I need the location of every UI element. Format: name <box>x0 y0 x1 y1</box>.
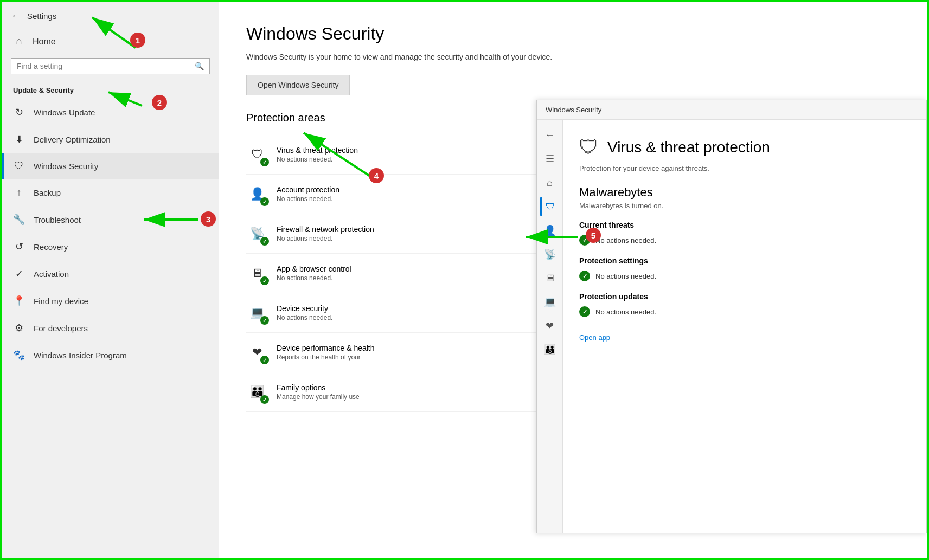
page-description: Windows Security is your home to view an… <box>246 52 572 63</box>
family-label: Family options <box>277 383 360 392</box>
sidebar-item-label: Recovery <box>34 242 68 252</box>
overlay-main: 🛡 Virus & threat protection Protection f… <box>563 120 926 533</box>
sidebar-item-for-developers[interactable]: ⚙ For developers <box>2 314 219 342</box>
recovery-icon: ↺ <box>13 241 25 253</box>
device-security-label: Device security <box>277 304 332 313</box>
back-button[interactable]: ← <box>11 10 21 22</box>
sidebar-item-home[interactable]: ⌂ Home <box>2 29 219 54</box>
protection-settings-label: Protection settings <box>579 256 910 265</box>
section-label: Update & Security <box>2 79 219 99</box>
overlay-home-icon[interactable]: ⌂ <box>540 173 560 192</box>
sidebar-item-windows-insider[interactable]: 🐾 Windows Insider Program <box>2 342 219 369</box>
windows-security-icon: 🛡 <box>13 160 25 172</box>
malware-desc: Malwarebytes is turned on. <box>579 202 910 210</box>
title-bar: ← Settings <box>2 2 219 29</box>
overlay-app-nav-icon[interactable]: 🖥 <box>540 268 560 288</box>
find-my-device-icon: 📍 <box>13 295 25 307</box>
app-browser-icon: 🖥 ✓ <box>246 262 268 284</box>
sidebar-item-label: For developers <box>34 324 88 333</box>
app-browser-text: App & browser control No actions needed. <box>277 265 351 282</box>
search-box: 🔍 <box>11 58 210 74</box>
protection-updates-check: ✓ <box>579 306 590 317</box>
overlay-menu-icon[interactable]: ☰ <box>540 149 560 169</box>
sidebar-item-label: Activation <box>34 269 69 279</box>
for-developers-icon: ⚙ <box>13 322 25 334</box>
sidebar-item-label: Backup <box>34 188 61 197</box>
malware-section: Malwarebytes Malwarebytes is turned on. … <box>579 185 910 342</box>
windows-update-icon: ↻ <box>13 106 25 118</box>
device-security-status: No actions needed. <box>277 314 332 321</box>
sidebar-item-troubleshoot[interactable]: 🔧 Troubleshoot <box>2 206 219 233</box>
overlay-family-nav-icon[interactable]: 👪 <box>540 340 560 359</box>
backup-icon: ↑ <box>13 187 25 198</box>
current-threats-status: No actions needed. <box>595 236 656 244</box>
virus-check-badge: ✓ <box>260 158 269 166</box>
sidebar-item-recovery[interactable]: ↺ Recovery <box>2 233 219 260</box>
sidebar-item-activation[interactable]: ✓ Activation <box>2 260 219 287</box>
overlay-account-icon[interactable]: 👤 <box>540 221 560 240</box>
overlay-laptop-icon[interactable]: 💻 <box>540 292 560 312</box>
current-threats-label: Current threats <box>579 221 910 229</box>
nav-list: ↻ Windows Update ⬇ Delivery Optimization… <box>2 99 219 369</box>
protection-settings-status-row: ✓ No actions needed. <box>579 271 910 281</box>
overlay-main-shield-icon: 🛡 <box>579 136 599 159</box>
overlay-firewall-nav-icon[interactable]: 📡 <box>540 244 560 264</box>
device-security-icon: 💻 ✓ <box>246 302 268 324</box>
account-protection-status: No actions needed. <box>277 195 339 203</box>
app-browser-status: No actions needed. <box>277 274 351 282</box>
protection-settings-check: ✓ <box>579 271 590 281</box>
protection-settings-section: Protection settings ✓ No actions needed. <box>579 256 910 281</box>
sidebar: ← Settings ⌂ Home 🔍 Update & Security ↻ … <box>2 2 219 558</box>
current-threats-section: Current threats ✓ No actions needed. <box>579 221 910 246</box>
device-perf-check-badge: ✓ <box>260 356 269 364</box>
sidebar-item-label: Delivery Optimization <box>34 135 111 144</box>
device-perf-text: Device performance & health Reports on t… <box>277 344 375 361</box>
app-browser-check-badge: ✓ <box>260 276 269 285</box>
home-label: Home <box>33 37 56 47</box>
protection-settings-status: No actions needed. <box>595 272 656 280</box>
open-windows-security-button[interactable]: Open Windows Security <box>246 75 350 95</box>
family-status: Manage how your family use <box>277 393 360 401</box>
sidebar-item-delivery-optimization[interactable]: ⬇ Delivery Optimization <box>2 126 219 153</box>
device-security-check-badge: ✓ <box>260 316 269 325</box>
firewall-check-badge: ✓ <box>260 237 269 246</box>
app-title: Settings <box>27 11 56 21</box>
activation-icon: ✓ <box>13 268 25 280</box>
windows-insider-icon: 🐾 <box>13 349 25 361</box>
overlay-panel: Windows Security ← ☰ ⌂ 🛡 👤 📡 🖥 💻 ❤ 👪 <box>536 100 927 533</box>
sidebar-item-label: Windows Insider Program <box>34 351 127 360</box>
virus-protection-icon: 🛡 ✓ <box>246 144 268 165</box>
overlay-main-title: Virus & threat protection <box>607 139 770 156</box>
sidebar-item-label: Troubleshoot <box>34 215 81 224</box>
protection-updates-section: Protection updates ✓ No actions needed. <box>579 292 910 317</box>
search-button[interactable]: 🔍 <box>195 62 204 70</box>
protection-updates-label: Protection updates <box>579 292 910 301</box>
overlay-back-button[interactable]: ← <box>540 125 560 145</box>
sidebar-item-find-my-device[interactable]: 📍 Find my device <box>2 287 219 314</box>
family-check-badge: ✓ <box>260 395 269 404</box>
sidebar-item-windows-security[interactable]: 🛡 Windows Security <box>2 153 219 179</box>
overlay-title: Windows Security <box>546 106 601 114</box>
account-protection-text: Account protection No actions needed. <box>277 185 339 203</box>
sidebar-item-backup[interactable]: ↑ Backup <box>2 179 219 206</box>
search-input[interactable] <box>17 62 195 70</box>
current-threats-status-row: ✓ No actions needed. <box>579 235 910 246</box>
device-perf-icon: ❤ ✓ <box>246 342 268 363</box>
overlay-sidebar: ← ☰ ⌂ 🛡 👤 📡 🖥 💻 ❤ 👪 <box>537 120 563 533</box>
sidebar-item-label: Find my device <box>34 297 88 306</box>
sidebar-item-windows-update[interactable]: ↻ Windows Update <box>2 99 219 126</box>
overlay-shield-icon[interactable]: 🛡 <box>540 197 560 216</box>
open-app-link[interactable]: Open app <box>579 333 610 342</box>
device-perf-status: Reports on the health of your <box>277 353 375 361</box>
account-check-badge: ✓ <box>260 197 269 206</box>
troubleshoot-icon: 🔧 <box>13 214 25 226</box>
overlay-health-icon[interactable]: ❤ <box>540 316 560 336</box>
overlay-titlebar: Windows Security <box>537 100 926 120</box>
firewall-protection-text: Firewall & network protection No actions… <box>277 225 374 242</box>
current-threats-check: ✓ <box>579 235 590 246</box>
main-content: Windows Security Windows Security is you… <box>219 2 927 558</box>
app-browser-label: App & browser control <box>277 265 351 273</box>
overlay-header: 🛡 Virus & threat protection <box>579 136 910 159</box>
overlay-subtitle: Protection for your device against threa… <box>579 164 910 172</box>
family-icon: 👪 ✓ <box>246 381 268 403</box>
